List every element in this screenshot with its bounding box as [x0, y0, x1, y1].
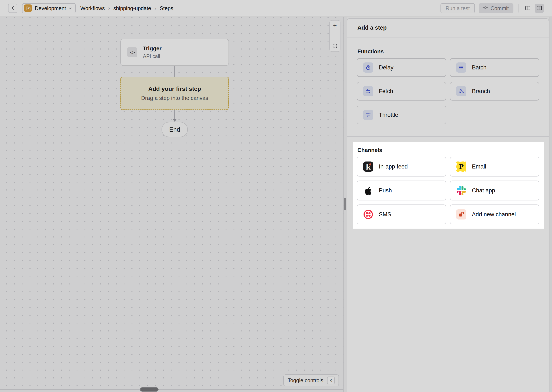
functions-grid: Delay Batch Fetch [357, 58, 540, 124]
zoom-out-button[interactable]: − [330, 31, 340, 41]
back-button[interactable] [8, 4, 17, 13]
environment-label: Development [35, 5, 66, 11]
channel-label: SMS [379, 211, 391, 218]
canvas-horizontal-scrollbar[interactable] [140, 387, 159, 392]
keyboard-shortcut-badge: K [327, 377, 335, 384]
twilio-icon [363, 209, 373, 219]
connector-arrowhead [173, 119, 177, 122]
end-node-label: End [169, 126, 180, 133]
chevron-left-icon [10, 6, 15, 11]
dropzone-title: Add your first step [148, 85, 201, 92]
breadcrumb-separator: › [108, 5, 110, 12]
panel-left-icon [525, 5, 531, 12]
postmark-icon: P [456, 161, 466, 172]
breadcrumb-separator: › [154, 5, 156, 12]
add-first-step-dropzone[interactable]: Add your first step Drag a step into the… [120, 77, 229, 110]
zoom-in-button[interactable]: + [330, 21, 340, 31]
code-brackets-icon: <> [127, 47, 137, 57]
toggle-controls-button[interactable]: Toggle controls K [283, 374, 339, 386]
function-label: Branch [472, 88, 490, 95]
channel-card-push[interactable]: Push [357, 181, 446, 200]
canvas-horizontal-scrollbar-track [0, 389, 343, 390]
breadcrumb-workflow-name[interactable]: shipping-update [113, 5, 151, 11]
fit-view-icon [332, 43, 337, 50]
environment-selector[interactable]: Development [22, 3, 76, 13]
function-card-batch[interactable]: Batch [450, 58, 539, 77]
function-label: Batch [472, 64, 487, 71]
end-node: End [161, 122, 188, 137]
channel-label: In-app feed [379, 163, 408, 170]
org-chart-icon [456, 86, 466, 96]
channels-spotlight-panel: Channels k In-app feed P Email Push [353, 142, 544, 229]
function-card-fetch[interactable]: Fetch [357, 82, 446, 101]
sidebar-title: Add a step [347, 19, 549, 37]
canvas-zoom-controls: + − [329, 20, 341, 52]
commit-button[interactable]: Commit [479, 3, 513, 13]
stopwatch-icon [363, 63, 373, 73]
fit-view-button[interactable] [330, 41, 340, 51]
filter-lines-icon [363, 110, 373, 120]
list-icon [456, 63, 466, 73]
channel-card-email[interactable]: P Email [450, 157, 539, 176]
swap-arrows-icon [363, 86, 373, 96]
channel-card-in-app-feed[interactable]: k In-app feed [357, 157, 446, 176]
sidebar-scrollbar-gutter[interactable] [549, 17, 552, 392]
functions-section-label: Functions [357, 48, 384, 55]
canvas-vertical-scrollbar[interactable] [344, 198, 346, 210]
channel-card-chat-app[interactable]: Chat app [450, 181, 539, 200]
breadcrumb-workflows[interactable]: Workflows [80, 5, 105, 11]
commit-label: Commit [491, 5, 509, 11]
function-label: Delay [379, 64, 393, 71]
breadcrumb: Workflows › shipping-update › Steps [80, 5, 173, 12]
toggle-left-panel-button[interactable] [523, 4, 532, 13]
workflow-canvas[interactable] [0, 17, 343, 392]
function-card-throttle[interactable]: Throttle [357, 106, 446, 124]
function-card-branch[interactable]: Branch [450, 82, 539, 101]
apple-icon [363, 185, 373, 196]
trigger-node-title: Trigger [143, 45, 161, 52]
chevron-down-icon [68, 6, 72, 10]
connector-line [174, 110, 175, 119]
function-card-delay[interactable]: Delay [357, 58, 446, 77]
toggle-right-panel-button[interactable] [535, 4, 544, 13]
knock-icon: k [363, 161, 373, 172]
add-channel-icon [456, 209, 466, 219]
function-label: Fetch [379, 88, 393, 95]
channel-card-sms[interactable]: SMS [357, 204, 446, 224]
dropzone-subtitle: Drag a step into the canvas [141, 95, 208, 101]
channels-section-label: Channels [357, 147, 382, 154]
locked-folder-icon [24, 4, 32, 12]
channel-label: Chat app [472, 187, 495, 194]
run-a-test-button[interactable]: Run a test [441, 3, 475, 13]
channel-label: Email [472, 163, 486, 170]
commit-icon [482, 5, 488, 12]
topbar-divider [518, 4, 518, 13]
trigger-node-subtitle: API call [143, 53, 161, 59]
channel-label: Add new channel [472, 211, 516, 218]
channels-grid: k In-app feed P Email Push [357, 157, 540, 224]
top-bar: Development Workflows › shipping-update … [0, 0, 552, 17]
breadcrumb-steps[interactable]: Steps [160, 5, 173, 11]
connector-line [174, 66, 175, 77]
slack-icon [456, 185, 466, 196]
channel-card-add-new[interactable]: Add new channel [450, 204, 539, 224]
sidebar-section-divider [347, 136, 549, 137]
trigger-step-node[interactable]: <> Trigger API call [120, 39, 229, 66]
function-label: Throttle [379, 112, 398, 118]
channel-label: Push [379, 187, 392, 194]
toggle-controls-label: Toggle controls [288, 377, 323, 384]
panel-right-icon [536, 5, 542, 12]
